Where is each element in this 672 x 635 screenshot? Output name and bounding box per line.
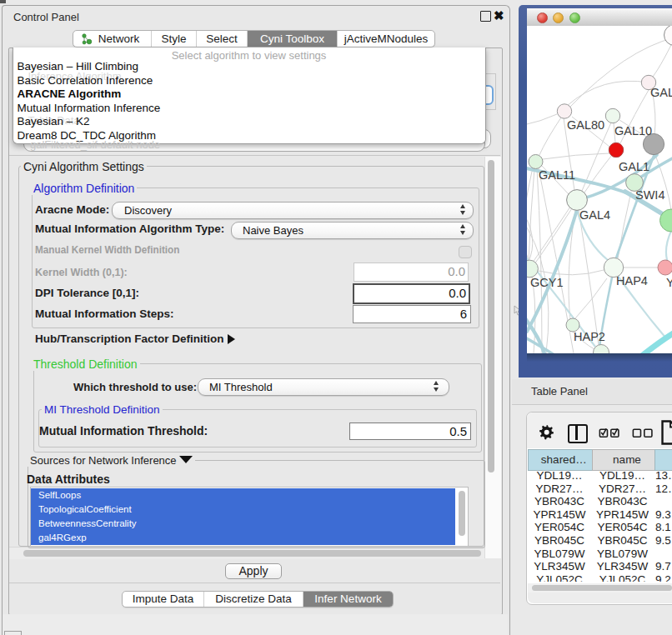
svg-text:GAL11: GAL11 — [539, 168, 575, 182]
svg-text:YM: YM — [666, 276, 672, 289]
svg-text:HAP2: HAP2 — [574, 330, 605, 343]
svg-text:GAL80: GAL80 — [567, 118, 604, 132]
svg-text:GAL10: GAL10 — [614, 124, 652, 138]
svg-text:HAP4: HAP4 — [616, 274, 648, 288]
svg-text:GAL7: GAL7 — [650, 86, 672, 99]
svg-text:GAL1: GAL1 — [619, 160, 649, 173]
svg-text:SWI4: SWI4 — [635, 188, 664, 202]
svg-text:GCY1: GCY1 — [530, 276, 564, 289]
svg-text:GAL4: GAL4 — [579, 208, 610, 222]
